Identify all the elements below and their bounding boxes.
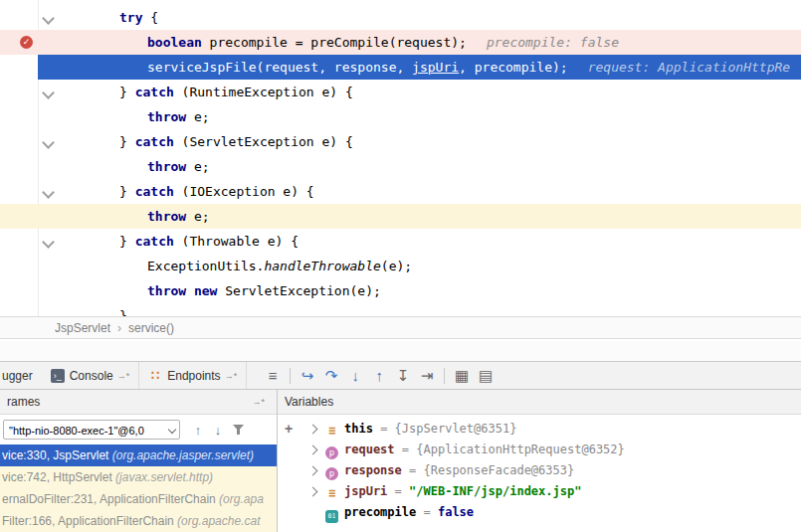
variables-tree: + ≡this = {JspServlet@6351}prequest = {A… <box>278 415 801 523</box>
code-line[interactable]: } catch (RuntimeException e) { <box>38 80 801 104</box>
stack-frame-row[interactable]: ernalDoFilter:231, ApplicationFilterChai… <box>0 488 277 510</box>
stack-frame-row[interactable]: vice:330, JspServlet (org.apache.jasper.… <box>0 444 277 466</box>
code-line[interactable]: } catch (Throwable e) { <box>38 229 801 254</box>
code-token: (IOException e) { <box>174 184 314 199</box>
frames-list: vice:330, JspServlet (org.apache.jasper.… <box>0 444 277 532</box>
layout-settings-icon[interactable]: ≡ <box>261 367 285 384</box>
code-token: e; <box>186 109 209 124</box>
frame-location: vice:742, HttpServlet <box>2 470 115 484</box>
evaluate-table-icon[interactable]: ▦ <box>450 367 474 385</box>
code-line[interactable]: throw new ServletException(e); <box>38 278 801 303</box>
code-token: try <box>119 10 142 25</box>
code-text: } catch (IOException e) { <box>38 179 314 204</box>
code-token: throw <box>147 209 186 224</box>
tab-ugger[interactable]: ugger <box>0 362 42 389</box>
code-line[interactable]: } <box>38 303 801 316</box>
step-over-icon[interactable]: ↷ <box>319 367 343 385</box>
code-token: } <box>119 184 135 199</box>
cursor-line-gutter-highlight <box>0 204 38 229</box>
drop-frame-icon[interactable]: ↧ <box>391 367 415 385</box>
code-text: ExceptionUtils.handleThrowable(e); <box>38 254 412 278</box>
step-into-icon[interactable]: ↓ <box>343 367 367 384</box>
code-text: throw e; <box>38 154 210 179</box>
expand-chevron-icon[interactable] <box>308 445 318 455</box>
debug-panels: rames →* "http-nio-8080-exec-1"@6,0 ↑↓ v… <box>0 390 801 532</box>
code-token: } <box>119 234 135 249</box>
tab-label: ugger <box>2 369 33 383</box>
toolbar-separator <box>290 368 291 384</box>
frames-header-pin-icon[interactable]: →* <box>252 390 265 414</box>
param-variable-icon: p <box>325 467 338 480</box>
variables-title: Variables <box>285 395 333 409</box>
code-token: catch <box>135 184 174 199</box>
code-line[interactable]: throw e; <box>38 154 801 179</box>
variable-value: {JspServlet@6351} <box>395 422 517 436</box>
value-variable-icon: ≡ <box>325 487 338 500</box>
code-text: } catch (Throwable e) { <box>38 229 299 254</box>
breakpoint-verified-icon[interactable]: ✓ <box>20 36 33 49</box>
stack-frame-row[interactable]: vice:742, HttpServlet (javax.servlet.htt… <box>0 466 277 488</box>
variable-name: response <box>344 463 402 477</box>
param-variable-icon: p <box>325 446 338 459</box>
code-editor[interactable]: ✓ try {boolean precompile = preCompile(r… <box>0 0 801 316</box>
code-line[interactable]: throw e; <box>38 104 801 129</box>
code-token: throw <box>147 109 186 124</box>
breadcrumb-item[interactable]: JspServlet <box>55 317 110 340</box>
variable-row[interactable]: ≡jspUri = "/WEB-INF/jsp/index.jsp" <box>278 481 801 502</box>
variables-panel: Variables + ≡this = {JspServlet@6351}pre… <box>277 390 801 532</box>
breadcrumb-item[interactable]: service() <box>128 317 174 340</box>
thread-selector-dropdown[interactable]: "http-nio-8080-exec-1"@6,0 <box>3 420 180 440</box>
variable-row[interactable]: prequest = {ApplicationHttpRequest@6352} <box>278 440 801 460</box>
chevron-down-icon <box>168 426 176 434</box>
code-token: throw <box>147 283 186 298</box>
stack-frame-row[interactable]: Filter:166, ApplicationFilterChain (org.… <box>0 510 277 532</box>
value-variable-icon: ≡ <box>325 425 338 438</box>
code-token: throw <box>147 159 186 174</box>
tab-console[interactable]: ›_Console→* <box>42 362 140 389</box>
variable-row[interactable]: presponse = {ResponseFacade@6353} <box>278 460 801 481</box>
frame-location: Filter:166, ApplicationFilterChain <box>2 514 177 528</box>
code-line[interactable]: } catch (ServletException e) { <box>38 129 801 154</box>
prim-variable-icon: 01 <box>325 510 338 523</box>
tab-label: Endpoints <box>167 369 220 383</box>
step-out-icon[interactable]: ↑ <box>367 367 391 384</box>
code-text: throw new ServletException(e); <box>38 278 381 303</box>
variable-name: this <box>344 422 373 436</box>
code-line[interactable]: serviceJspFile(request, response, jspUri… <box>38 55 801 80</box>
frame-package: (org.apache.cat <box>177 514 260 528</box>
run-to-cursor-icon[interactable]: ⇥ <box>415 367 439 385</box>
code-token: catch <box>135 85 174 99</box>
show-execution-point-icon[interactable]: ↪ <box>296 367 319 385</box>
tab-endpoints[interactable]: ∷Endpoints→* <box>139 362 247 389</box>
code-line[interactable]: } catch (IOException e) { <box>38 179 801 204</box>
next-frame-icon[interactable]: ↓ <box>208 423 228 438</box>
code-line[interactable]: throw e; <box>38 204 801 229</box>
code-text: } catch (RuntimeException e) { <box>38 80 353 104</box>
variable-value: {ResponseFacade@6353} <box>423 463 574 477</box>
variable-value: {ApplicationHttpRequest@6352} <box>416 443 625 456</box>
code-token: ServletException(e); <box>217 283 380 298</box>
expand-chevron-icon[interactable] <box>308 487 318 497</box>
variable-name: precompile <box>344 505 416 519</box>
code-token: (Throwable e) { <box>174 234 299 249</box>
variable-value: "/WEB-INF/jsp/index.jsp" <box>409 484 581 498</box>
code-line[interactable]: boolean precompile = preCompile(request)… <box>38 30 801 55</box>
editor-gutter: ✓ <box>0 0 39 316</box>
ide-window: ✓ try {boolean precompile = preCompile(r… <box>0 0 801 532</box>
code-token: , precompile); <box>459 60 568 75</box>
splitter[interactable] <box>0 341 801 361</box>
expand-chevron-icon[interactable] <box>308 425 318 435</box>
variable-row[interactable]: ≡this = {JspServlet@6351} <box>278 419 801 440</box>
layout-grid-icon[interactable]: ▤ <box>474 367 498 385</box>
code-line[interactable]: ExceptionUtils.handleThrowable(e); <box>38 254 801 278</box>
previous-frame-icon[interactable]: ↑ <box>188 423 208 438</box>
code-line[interactable]: try { <box>38 5 801 30</box>
debug-tabs: ugger›_Console→*∷Endpoints→* <box>0 362 247 389</box>
code-token: catch <box>135 234 174 249</box>
filter-frames-icon[interactable] <box>228 423 248 438</box>
expand-chevron-icon[interactable] <box>308 466 318 476</box>
breadcrumb-separator: › <box>117 317 121 340</box>
variable-row[interactable]: 01precompile = false <box>278 502 801 523</box>
code-token: handleThrowable <box>264 259 380 273</box>
code-token: (RuntimeException e) { <box>174 85 353 99</box>
